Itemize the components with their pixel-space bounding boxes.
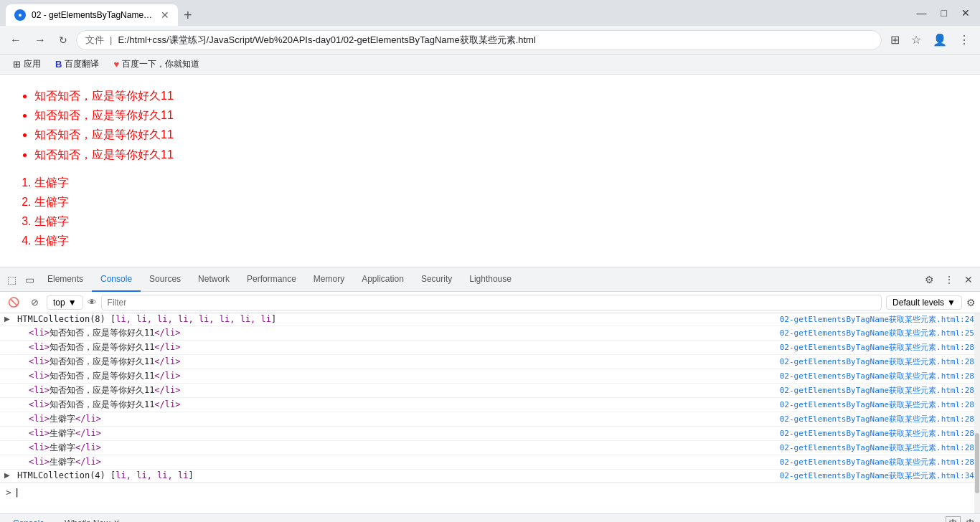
console-row-content-2: <li>知否知否，应是等你好久11</li>: [29, 327, 780, 339]
separator: |: [110, 34, 112, 45]
tab-sources[interactable]: Sources: [141, 267, 189, 292]
console-output[interactable]: ▶ HTMLCollection(8) [li, li, li, li, li,…: [0, 313, 980, 513]
tab-lighthouse[interactable]: Lighthouse: [461, 267, 520, 292]
url-text: E:/html+css/课堂练习/JavaScript/Web%20APIs-d…: [118, 34, 535, 47]
console-row-content-4: <li>知否知否，应是等你好久11</li>: [29, 356, 780, 368]
file-label: 文件: [85, 34, 104, 47]
back-button[interactable]: ←: [6, 31, 26, 49]
devtools-more-button[interactable]: ⋮: [940, 271, 958, 288]
apps-icon: ⊞: [13, 59, 21, 70]
ol-item-3: 生僻字: [34, 212, 963, 231]
tab-bar: ● 02 - getElementsByTagName获... ✕ +: [6, 0, 197, 26]
source-link-9[interactable]: 02-getElementsByTagName获取某些元素.html:28: [780, 428, 974, 439]
maximize-button[interactable]: □: [937, 6, 951, 20]
tab-elements[interactable]: Elements: [39, 267, 92, 292]
forward-button[interactable]: →: [30, 31, 50, 49]
filter-input[interactable]: [101, 295, 882, 310]
address-bar: ← → ↻ 文件 | E:/html+css/课堂练习/JavaScript/W…: [0, 26, 980, 54]
minimize-button[interactable]: —: [913, 6, 931, 20]
tab-network[interactable]: Network: [189, 267, 238, 292]
bottom-tab-console[interactable]: Console: [6, 517, 52, 523]
devtools-close-button[interactable]: ✕: [960, 271, 977, 288]
baidu-search-icon: ♥: [113, 59, 119, 70]
account-icon[interactable]: 👤: [928, 30, 951, 49]
ol-item-2: 生僻字: [34, 192, 963, 212]
bookmark-apps[interactable]: ⊞ 应用: [7, 57, 47, 72]
source-link-3[interactable]: 02-getElementsByTagName获取某些元素.html:28: [780, 342, 974, 353]
console-row-8: <li>生僻字</li> 02-getElementsByTagName获取某些…: [0, 412, 980, 427]
bottom-tab-whats-new-close[interactable]: ✕: [113, 518, 120, 522]
url-bar[interactable]: 文件 | E:/html+css/课堂练习/JavaScript/Web%20A…: [76, 30, 882, 50]
input-cursor[interactable]: |: [14, 487, 20, 498]
input-prompt-icon: >: [6, 487, 11, 498]
console-row-content-12: HTMLCollection(4) [li, li, li, li]: [17, 470, 780, 480]
console-toolbar: 🚫 ⊘ top ▼ 👁 Default levels ▼ ⚙: [0, 292, 980, 313]
baidu-translate-icon: B: [55, 59, 62, 70]
console-row-content-7: <li>知否知否，应是等你好久11</li>: [29, 399, 780, 411]
console-row-content-8: <li>生僻字</li>: [29, 413, 780, 425]
source-link-1[interactable]: 02-getElementsByTagName获取某些元素.html:24: [780, 314, 974, 325]
source-link-12[interactable]: 02-getElementsByTagName获取某些元素.html:34: [780, 470, 974, 481]
console-row-6: <li>知否知否，应是等你好久11</li> 02-getElementsByT…: [0, 384, 980, 398]
clear-console-button[interactable]: 🚫: [4, 295, 23, 309]
ul-item-2: 知否知否，应是等你好久11: [34, 105, 963, 125]
tab-close-btn[interactable]: ✕: [161, 9, 169, 21]
devtools-panel: ⬚ ▭ Elements Console Sources Network Per…: [0, 267, 980, 522]
bottom-tab-whats-new[interactable]: What's New ✕: [57, 517, 127, 523]
new-tab-button[interactable]: +: [179, 4, 197, 26]
source-link-4[interactable]: 02-getElementsByTagName获取某些元素.html:28: [780, 356, 974, 367]
bookmark-star-icon[interactable]: ☆: [907, 30, 925, 49]
ol-item-4: 生僻字: [34, 231, 963, 250]
lang-label: 中: [966, 518, 974, 522]
source-link-10[interactable]: 02-getElementsByTagName获取某些元素.html:28: [780, 442, 974, 453]
source-link-7[interactable]: 02-getElementsByTagName获取某些元素.html:28: [780, 399, 974, 410]
bookmark-baidu-translate-label: 百度翻译: [65, 58, 99, 70]
close-button[interactable]: ✕: [957, 6, 974, 20]
page-content: 知否知否，应是等你好久11 知否知否，应是等你好久11 知否知否，应是等你好久1…: [0, 75, 980, 267]
context-chevron-icon: ▼: [68, 298, 77, 308]
bookmark-apps-label: 应用: [24, 58, 41, 70]
levels-selector[interactable]: Default levels ▼: [886, 295, 962, 310]
console-scrollbar-thumb[interactable]: [975, 433, 979, 493]
expand-btn-1[interactable]: ▶: [4, 315, 10, 323]
translate-icon[interactable]: ⊞: [886, 30, 904, 49]
ordered-list: 生僻字 生僻字 生僻字 生僻字: [17, 173, 963, 251]
tab-security[interactable]: Security: [413, 267, 461, 292]
console-scrollbar[interactable]: [974, 313, 980, 513]
console-row-content-6: <li>知否知否，应是等你好久11</li>: [29, 384, 780, 397]
ul-item-3: 知否知否，应是等你好久11: [34, 125, 963, 144]
ul-item-4: 知否知否，应是等你好久11: [34, 145, 963, 164]
console-row-11: <li>生僻字</li> 02-getElementsByTagName获取某些…: [0, 455, 980, 470]
eye-icon[interactable]: 👁: [88, 297, 97, 308]
bookmarks-bar: ⊞ 应用 B 百度翻译 ♥ 百度一下，你就知道: [0, 54, 980, 75]
source-link-2[interactable]: 02-getElementsByTagName获取某些元素.html:25: [780, 328, 974, 338]
refresh-button[interactable]: ↻: [55, 32, 72, 49]
source-link-11[interactable]: 02-getElementsByTagName获取某些元素.html:28: [780, 457, 974, 468]
devtools-right-buttons: ⚙ ⋮ ✕: [920, 271, 977, 288]
bottom-tab-whats-new-label: What's New: [65, 518, 110, 523]
source-link-5[interactable]: 02-getElementsByTagName获取某些元素.html:28: [780, 371, 974, 381]
active-tab[interactable]: ● 02 - getElementsByTagName获... ✕: [6, 4, 178, 26]
unordered-list: 知否知否，应是等你好久11 知否知否，应是等你好久11 知否知否，应是等你好久1…: [17, 86, 963, 164]
bookmark-baidu-search[interactable]: ♥ 百度一下，你就知道: [108, 57, 205, 72]
tab-console[interactable]: Console: [92, 267, 141, 292]
console-row-2: <li>知否知否，应是等你好久11</li> 02-getElementsByT…: [0, 326, 980, 341]
tab-performance[interactable]: Performance: [238, 267, 305, 292]
console-row-content-1: HTMLCollection(8) [li, li, li, li, li, l…: [17, 314, 780, 324]
stop-button[interactable]: ⊘: [27, 295, 42, 309]
menu-icon[interactable]: ⋮: [954, 30, 974, 49]
source-link-6[interactable]: 02-getElementsByTagName获取某些元素.html:28: [780, 385, 974, 396]
levels-value: Default levels: [892, 298, 944, 308]
device-toolbar-button[interactable]: ▭: [21, 271, 39, 288]
console-settings-button[interactable]: ⚙: [966, 297, 976, 308]
inspect-element-button[interactable]: ⬚: [3, 271, 21, 288]
context-selector[interactable]: top ▼: [47, 295, 83, 310]
devtools-settings-button[interactable]: ⚙: [920, 271, 938, 288]
console-input-row[interactable]: > |: [0, 483, 980, 501]
tab-memory[interactable]: Memory: [305, 267, 353, 292]
tab-application[interactable]: Application: [353, 267, 413, 292]
source-link-8[interactable]: 02-getElementsByTagName获取某些元素.html:28: [780, 414, 974, 424]
expand-btn-12[interactable]: ▶: [4, 471, 10, 479]
bookmark-baidu-translate[interactable]: B 百度翻译: [50, 57, 105, 72]
console-row-12: ▶ HTMLCollection(4) [li, li, li, li] 02-…: [0, 470, 980, 483]
